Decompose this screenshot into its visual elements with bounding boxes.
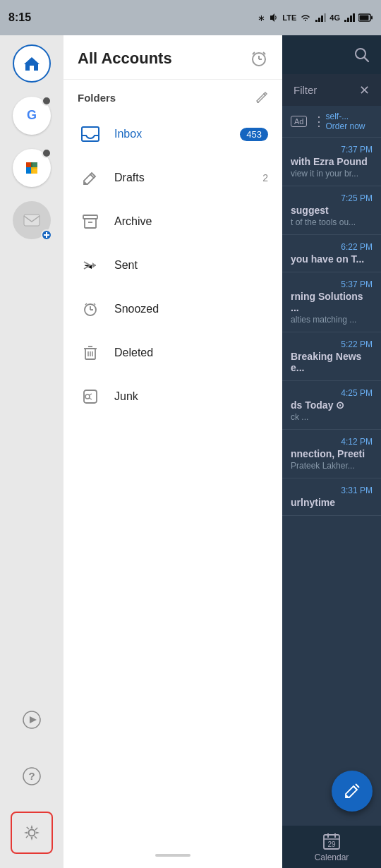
volume-icon — [269, 13, 279, 23]
email-item-7[interactable]: 4:25 PM ds Today ⊙ ck ... — [282, 381, 381, 430]
alarm-icon[interactable] — [250, 49, 268, 68]
email-item-3[interactable]: 7:25 PM suggest t of the tools ou... — [282, 186, 381, 235]
junk-icon — [78, 384, 103, 409]
ad-text: self-... Order now — [325, 111, 373, 131]
account-office[interactable] — [11, 147, 53, 189]
junk-label: Junk — [114, 390, 268, 403]
email-panel: Filter ✕ Ad ⋮ self-... Order now 7:37 PM… — [282, 35, 381, 868]
close-icon[interactable]: ✕ — [359, 83, 370, 98]
svg-rect-11 — [371, 16, 373, 20]
inbox-count: 453 — [240, 128, 268, 141]
email-sender-7: ds Today ⊙ — [291, 399, 373, 411]
email-time-2: 7:37 PM — [341, 145, 373, 155]
deleted-label: Deleted — [114, 346, 268, 359]
wifi-icon — [300, 13, 311, 23]
snoozed-label: Snoozed — [114, 303, 268, 315]
email-sender-8: nnection, Preeti — [291, 448, 373, 459]
account-add[interactable] — [11, 199, 53, 241]
folder-drafts[interactable]: Drafts 2 — [64, 156, 282, 200]
svg-marker-36 — [92, 263, 96, 268]
email-item-5[interactable]: 5:37 PM rning Solutions ... alties match… — [282, 272, 381, 332]
svg-rect-10 — [360, 16, 369, 20]
svg-rect-2 — [318, 18, 320, 22]
email-preview-7: ck ... — [291, 412, 373, 422]
icon-rail: G — [0, 35, 64, 868]
email-sender-9: urlnytime — [291, 497, 373, 508]
email-list: Ad ⋮ self-... Order now 7:37 PM with Ezr… — [282, 106, 381, 516]
search-icon[interactable] — [354, 47, 370, 63]
play-button[interactable] — [11, 699, 53, 741]
svg-text:?: ? — [28, 770, 35, 782]
svg-line-49 — [89, 394, 92, 395]
deleted-icon — [78, 340, 103, 366]
folder-snoozed[interactable]: Snoozed — [64, 287, 282, 331]
svg-rect-7 — [350, 16, 352, 22]
email-item-8[interactable]: 4:12 PM nnection, Preeti Prateek Lakher.… — [282, 430, 381, 478]
drawer-panel: All Accounts Folders — [64, 35, 282, 868]
inbox-label: Inbox — [114, 128, 240, 140]
email-time-6: 5:22 PM — [341, 339, 373, 349]
drawer-scroll-indicator — [64, 854, 282, 868]
email-time-8: 4:12 PM — [341, 437, 373, 447]
email-item-4[interactable]: 6:22 PM you have on T... — [282, 235, 381, 272]
svg-text:G: G — [27, 108, 37, 122]
email-sender-6: Breaking News e... — [291, 351, 373, 373]
email-bottom-bar: 29 Calendar — [282, 826, 381, 868]
inbox-icon — [78, 121, 103, 147]
drawer-title: All Accounts — [78, 49, 172, 68]
svg-text:29: 29 — [327, 840, 336, 848]
account-google[interactable]: G — [11, 95, 53, 137]
office-badge — [42, 148, 52, 158]
bluetooth-icon: ∗ — [258, 13, 265, 23]
help-button[interactable]: ? — [11, 755, 53, 797]
email-time-5: 5:37 PM — [341, 279, 373, 289]
svg-point-26 — [29, 830, 35, 836]
archive-label: Archive — [114, 215, 268, 228]
snoozed-icon — [78, 296, 103, 322]
email-preview-3: t of the tools ou... — [291, 217, 373, 227]
account-home[interactable] — [11, 42, 53, 85]
filter-label[interactable]: Filter — [294, 84, 317, 96]
svg-marker-23 — [30, 716, 37, 723]
email-preview-5: alties matching ... — [291, 315, 373, 325]
lte-icon: LTE — [282, 13, 296, 22]
folder-deleted[interactable]: Deleted — [64, 331, 282, 375]
more-icon[interactable]: ⋮ — [313, 114, 325, 129]
drafts-icon — [78, 165, 103, 191]
status-bar: 8:15 ∗ LTE 4G — [0, 0, 381, 35]
email-sender-3: suggest — [291, 205, 373, 216]
email-ad-item[interactable]: Ad ⋮ self-... Order now — [282, 106, 381, 138]
add-badge — [41, 229, 52, 241]
sent-icon — [78, 253, 103, 278]
svg-rect-18 — [31, 167, 37, 174]
drafts-count: 2 — [262, 172, 268, 183]
folder-sent[interactable]: Sent — [64, 243, 282, 287]
calendar-button[interactable]: 29 Calendar — [315, 831, 349, 862]
status-time: 8:15 — [8, 11, 31, 24]
compose-fab[interactable] — [332, 771, 373, 812]
folders-header: Folders — [64, 91, 282, 112]
svg-rect-4 — [324, 13, 326, 22]
calendar-label: Calendar — [315, 852, 349, 862]
ad-badge: Ad — [291, 116, 307, 127]
email-item-2[interactable]: 7:37 PM with Ezra Pound view it in your … — [282, 138, 381, 186]
signal2-icon — [344, 13, 355, 23]
email-preview-2: view it in your br... — [291, 169, 373, 179]
folder-archive[interactable]: Archive — [64, 200, 282, 243]
folder-junk[interactable]: Junk — [64, 375, 282, 418]
edit-icon[interactable] — [255, 91, 268, 104]
drawer-header: All Accounts — [64, 35, 282, 80]
settings-button[interactable] — [11, 812, 53, 854]
folder-inbox[interactable]: Inbox 453 — [64, 112, 282, 156]
folders-label: Folders — [78, 92, 116, 104]
email-sender-2: with Ezra Pound — [291, 156, 373, 167]
svg-rect-34 — [85, 219, 96, 228]
sent-label: Sent — [114, 259, 268, 272]
svg-rect-1 — [315, 20, 318, 22]
home-circle — [13, 44, 51, 83]
email-item-6[interactable]: 5:22 PM Breaking News e... — [282, 332, 381, 381]
google-badge — [42, 96, 52, 106]
email-sender-4: you have on T... — [291, 253, 373, 265]
email-panel-header — [282, 35, 381, 74]
email-item-9[interactable]: 3:31 PM urlnytime — [282, 478, 381, 516]
